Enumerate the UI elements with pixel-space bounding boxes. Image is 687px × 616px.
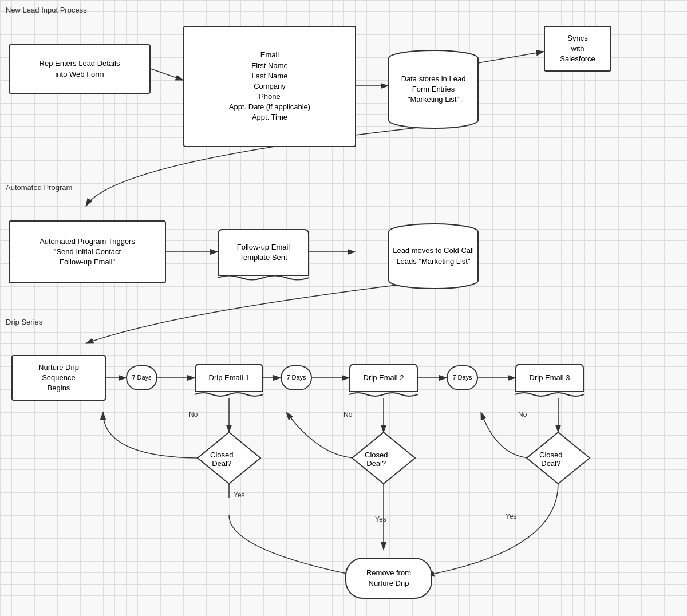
seven-days-1-node: 7 Days	[126, 365, 157, 390]
auto-program-node: Automated Program Triggers "Send Initial…	[9, 220, 166, 283]
section1-label: New Lead Input Process	[6, 6, 87, 14]
drip-email-3-node: Drip Email 3	[515, 364, 584, 392]
section3-label: Drip Series	[6, 318, 42, 326]
yes1-label: Yes	[234, 491, 245, 499]
section2-label: Automated Program	[6, 183, 72, 192]
syncs-salesforce-node: Syncs with Salesforce	[544, 26, 611, 72]
closed-deal-3-label: Closed Deal?	[539, 451, 562, 468]
cold-call-node: Lead moves to Cold Call Leads "Marketing…	[389, 232, 478, 281]
svg-line-3	[478, 52, 544, 63]
no2-label: No	[344, 410, 352, 418]
yes2-label: Yes	[375, 515, 386, 523]
yes3-label: Yes	[506, 512, 517, 520]
flowchart-canvas: New Lead Input Process Automated Program…	[0, 0, 687, 616]
no1-label: No	[189, 410, 198, 418]
remove-nurture-label: Remove from Nurture Drip	[346, 558, 432, 598]
closed-deal-1-label: Closed Deal?	[210, 451, 233, 468]
closed-deal-2-label: Closed Deal?	[365, 451, 388, 468]
drip-email-1-node: Drip Email 1	[195, 364, 263, 392]
followup-email-node: Follow-up Email Template Sent	[218, 229, 309, 276]
drip1-wave	[195, 391, 263, 398]
nurture-drip-node: Nurture Drip Sequence Begins	[11, 355, 106, 401]
drip-email-2-node: Drip Email 2	[349, 364, 418, 392]
data-stores-node: Data stores in Lead Form Entries "Market…	[389, 58, 478, 120]
web-form-fields-node: Email First Name Last Name Company Phone…	[183, 26, 356, 147]
seven-days-3-node: 7 Days	[447, 365, 478, 390]
drip3-wave	[515, 391, 584, 398]
rep-enters-node: Rep Enters Lead Details into Web Form	[9, 44, 151, 94]
no3-label: No	[518, 410, 527, 418]
followup-wave	[218, 274, 309, 282]
svg-line-1	[151, 69, 183, 80]
drip2-wave	[349, 391, 418, 398]
seven-days-2-node: 7 Days	[281, 365, 312, 390]
